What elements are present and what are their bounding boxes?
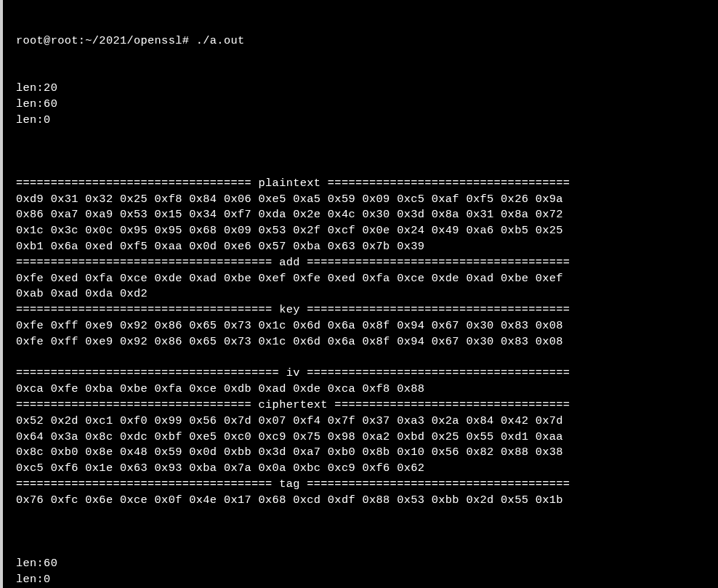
len-line: len:20 [16,81,712,97]
hex-row: 0x52 0x2d 0xc1 0xf0 0x99 0x56 0x7d 0x07 … [16,414,712,430]
len-line: len:0 [16,572,712,588]
hex-row: 0x1c 0x3c 0x0c 0x95 0x95 0x68 0x09 0x53 … [16,223,712,239]
len-line: len:60 [16,97,712,113]
hex-row: 0x86 0xa7 0xa9 0x53 0x15 0x34 0xf7 0xda … [16,207,712,223]
hex-row: 0xd9 0x31 0x32 0x25 0xf8 0x84 0x06 0xe5 … [16,192,712,208]
hex-row: 0xb1 0x6a 0xed 0xf5 0xaa 0x0d 0xe6 0x57 … [16,239,712,255]
len-line: len:60 [16,556,712,572]
section-divider-tag: ===================================== ta… [16,477,712,493]
section-divider-iv: ====================================== i… [16,366,712,382]
terminal-window[interactable]: root@root:~/2021/openssl# ./a.out len:20… [0,0,718,588]
post-output-lines: len:60len:0 [16,556,712,588]
pre-output-lines: len:20len:60len:0 [16,81,712,144]
len-line [16,128,712,144]
hex-row: 0xfe 0xff 0xe9 0x92 0x86 0x65 0x73 0x1c … [16,318,712,334]
section-divider-add: ===================================== ad… [16,255,712,271]
hex-row: 0xfe 0xed 0xfa 0xce 0xde 0xad 0xbe 0xef … [16,271,712,287]
prompt-line[interactable]: root@root:~/2021/openssl# ./a.out [16,33,712,49]
len-line: len:0 [16,113,712,129]
hex-row: 0x64 0x3a 0x8c 0xdc 0xbf 0xe5 0xc0 0xc9 … [16,430,712,446]
hex-row: 0x76 0xfc 0x6e 0xce 0x0f 0x4e 0x17 0x68 … [16,493,712,509]
hex-row: 0x8c 0xb0 0x8e 0x48 0x59 0x0d 0xbb 0x3d … [16,445,712,461]
shell-prompt: root@root:~/2021/openssl# [16,34,196,47]
blank-line [16,509,712,525]
hex-row: 0xfe 0xff 0xe9 0x92 0x86 0x65 0x73 0x1c … [16,334,712,350]
section-divider-ciphertext: ================================== ciphe… [16,398,712,414]
command-text: ./a.out [196,34,245,47]
section-divider-key: ===================================== ke… [16,302,712,318]
hex-row: 0xab 0xad 0xda 0xd2 [16,286,712,302]
hex-row: 0xc5 0xf6 0x1e 0x63 0x93 0xba 0x7a 0x0a … [16,461,712,477]
sections-output: ================================== plain… [16,176,712,525]
section-divider-plaintext: ================================== plain… [16,176,712,192]
blank-line [16,350,712,366]
hex-row: 0xca 0xfe 0xba 0xbe 0xfa 0xce 0xdb 0xad … [16,382,712,398]
